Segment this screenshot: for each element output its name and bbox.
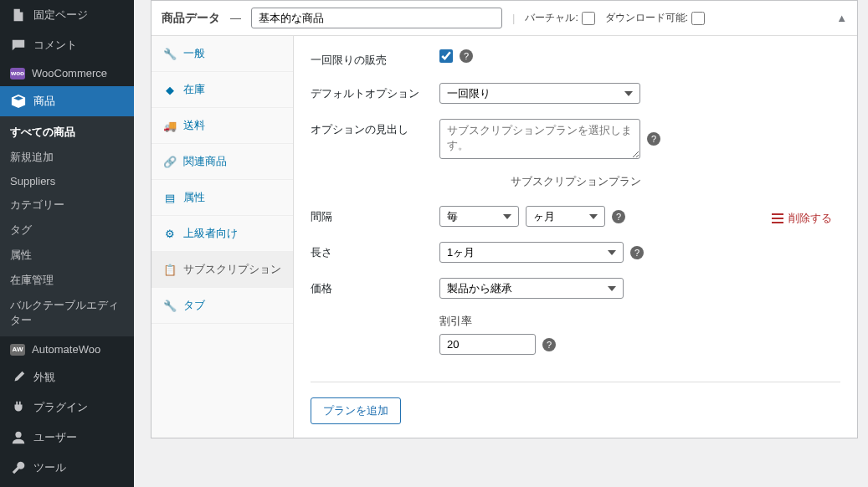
sidebar-sub-suppliers[interactable]: Suppliers: [0, 170, 134, 192]
svg-point-0: [15, 432, 21, 438]
discount-label: 割引率: [439, 314, 556, 329]
sidebar-item-tools[interactable]: ツール: [0, 453, 134, 483]
panel-body: 🔧一般 ◆在庫 🚚送料 🔗関連商品 ▤属性 ⚙上級者向け 📋サブスクリプション …: [152, 36, 857, 438]
sidebar-label: 固定ページ: [33, 8, 88, 23]
product-type-select[interactable]: 基本的な商品: [251, 8, 502, 28]
tab-tabs[interactable]: 🔧タブ: [152, 288, 293, 324]
sidebar-sub-all-products[interactable]: すべての商品: [0, 120, 134, 145]
price-row: 価格 製品から継承: [311, 278, 740, 299]
sidebar-item-automatewoo[interactable]: AW AutomateWoo: [0, 336, 134, 362]
one-time-checkbox[interactable]: [439, 49, 453, 63]
length-select[interactable]: 1ヶ月: [439, 242, 624, 263]
help-icon[interactable]: ?: [630, 246, 644, 259]
tab-advanced[interactable]: ⚙上級者向け: [152, 216, 293, 252]
sidebar-label: ツール: [33, 460, 66, 475]
wrench-icon: 🔧: [163, 299, 177, 312]
sidebar-sub-attributes[interactable]: 属性: [0, 243, 134, 268]
main-content: 商品データ — 基本的な商品 | バーチャル: ダウンロード可能: ▲ �: [134, 0, 868, 487]
panel-title: 商品データ: [162, 11, 220, 26]
one-time-sale-row: 一回限りの販売 ?: [311, 49, 840, 68]
tab-subscription[interactable]: 📋サブスクリプション: [152, 252, 293, 288]
page-icon: [10, 7, 27, 23]
comment-icon: [10, 37, 27, 54]
tab-inventory[interactable]: ◆在庫: [152, 72, 293, 108]
gear-icon: ⚙: [163, 227, 177, 240]
one-time-label: 一回限りの販売: [311, 49, 419, 68]
sidebar-item-plugins[interactable]: プラグイン: [0, 392, 134, 423]
interval-label: 間隔: [311, 206, 419, 224]
sidebar-label: 外観: [33, 370, 55, 385]
tab-attributes[interactable]: ▤属性: [152, 180, 293, 216]
truck-icon: 🚚: [163, 119, 177, 132]
virtual-checkbox[interactable]: [582, 12, 595, 25]
default-option-label: デフォルトオプション: [311, 83, 419, 101]
default-option-select[interactable]: 一回限り: [439, 83, 640, 104]
list-icon: ▤: [163, 191, 177, 204]
inventory-icon: ◆: [163, 83, 177, 96]
brush-icon: [10, 369, 27, 386]
remove-plan-button[interactable]: 削除する: [772, 211, 832, 226]
sidebar-submenu: すべての商品 新規追加 Suppliers カテゴリー タグ 属性 在庫管理 バ…: [0, 116, 134, 336]
user-icon: [10, 429, 27, 446]
virtual-checkbox-group[interactable]: バーチャル:: [525, 11, 594, 25]
sidebar-sub-bulk-editor[interactable]: バルクテーブルエディター: [0, 293, 134, 333]
help-icon[interactable]: ?: [460, 49, 473, 63]
help-icon[interactable]: ?: [647, 132, 660, 146]
discount-input[interactable]: [439, 334, 536, 355]
sidebar-sub-tags[interactable]: タグ: [0, 218, 134, 243]
sidebar-sub-inventory[interactable]: 在庫管理: [0, 268, 134, 293]
sidebar-item-users[interactable]: ユーザー: [0, 423, 134, 453]
remove-label: 削除する: [788, 211, 832, 226]
admin-sidebar: 固定ページ コメント woo WooCommerce 商品 すべての商品 新規追…: [0, 0, 134, 487]
interval-every-select[interactable]: 毎: [439, 206, 519, 227]
tab-general[interactable]: 🔧一般: [152, 36, 293, 72]
sidebar-label: ユーザー: [33, 430, 77, 445]
menu-icon: [772, 213, 783, 223]
help-icon[interactable]: ?: [612, 210, 625, 223]
sidebar-item-pages[interactable]: 固定ページ: [0, 0, 134, 30]
sidebar-item-comments[interactable]: コメント: [0, 30, 134, 60]
sidebar-item-appearance[interactable]: 外観: [0, 362, 134, 392]
option-heading-row: オプションの見出し ?: [311, 119, 840, 159]
tab-content: 一回限りの販売 ? デフォルトオプション 一回限り: [294, 36, 857, 438]
sidebar-label: プラグイン: [33, 400, 88, 415]
sidebar-sub-categories[interactable]: カテゴリー: [0, 192, 134, 218]
divider: [311, 382, 840, 382]
sidebar-label: 商品: [33, 94, 55, 109]
length-label: 長さ: [311, 242, 419, 260]
downloadable-label: ダウンロード可能:: [605, 11, 688, 25]
product-tabs: 🔧一般 ◆在庫 🚚送料 🔗関連商品 ▤属性 ⚙上級者向け 📋サブスクリプション …: [152, 36, 294, 438]
sidebar-item-products[interactable]: 商品: [0, 86, 134, 116]
box-icon: [10, 93, 27, 110]
virtual-label: バーチャル:: [525, 11, 578, 25]
tab-shipping[interactable]: 🚚送料: [152, 108, 293, 144]
option-heading-label: オプションの見出し: [311, 119, 419, 137]
woo-icon: woo: [10, 68, 25, 79]
default-option-row: デフォルトオプション 一回限り: [311, 83, 840, 104]
aw-icon: AW: [10, 344, 25, 356]
clipboard-icon: 📋: [163, 263, 177, 276]
downloadable-checkbox-group[interactable]: ダウンロード可能:: [605, 11, 705, 25]
plan-section-title: サブスクリプションプラン: [311, 174, 840, 189]
plug-icon: [10, 399, 27, 416]
link-icon: 🔗: [163, 155, 177, 168]
price-select[interactable]: 製品から継承: [439, 278, 624, 299]
interval-row: 間隔 毎 ヶ月 ?: [311, 206, 740, 227]
help-icon[interactable]: ?: [542, 338, 556, 351]
sidebar-item-woocommerce[interactable]: woo WooCommerce: [0, 60, 134, 86]
sidebar-label: WooCommerce: [32, 67, 107, 79]
collapse-toggle[interactable]: ▲: [836, 12, 847, 24]
option-heading-textarea[interactable]: [439, 119, 640, 159]
wrench-icon: 🔧: [163, 47, 177, 60]
discount-row: 割引率 ?: [311, 314, 740, 367]
tab-linked[interactable]: 🔗関連商品: [152, 144, 293, 180]
sidebar-sub-add-new[interactable]: 新規追加: [0, 145, 134, 170]
price-label: 価格: [311, 278, 419, 296]
panel-header: 商品データ — 基本的な商品 | バーチャル: ダウンロード可能: ▲: [152, 1, 857, 36]
downloadable-checkbox[interactable]: [691, 12, 705, 25]
add-plan-button[interactable]: プランを追加: [311, 397, 401, 424]
interval-unit-select[interactable]: ヶ月: [526, 206, 605, 227]
product-data-panel: 商品データ — 基本的な商品 | バーチャル: ダウンロード可能: ▲ �: [151, 0, 858, 438]
wrench-icon: [10, 459, 27, 476]
subscription-plan-block: 削除する 間隔 毎 ヶ月 ? 長さ: [311, 206, 840, 367]
